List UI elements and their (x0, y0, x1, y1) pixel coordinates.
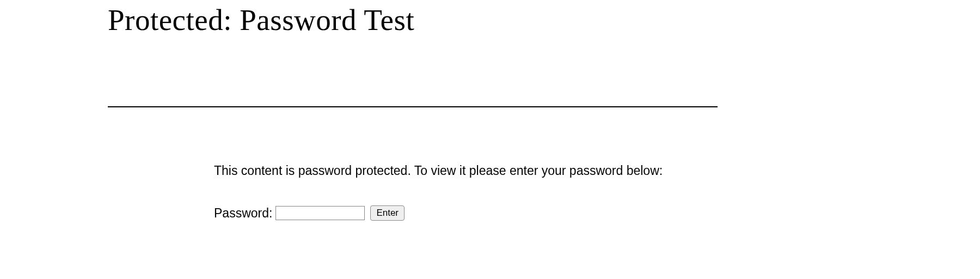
content-area: This content is password protected. To v… (214, 162, 723, 221)
password-label: Password: (214, 206, 272, 221)
page-title: Protected: Password Test (108, 2, 723, 38)
password-input[interactable] (275, 206, 365, 220)
divider (108, 106, 718, 107)
enter-button[interactable]: Enter (370, 205, 405, 221)
password-prompt-text: This content is password protected. To v… (214, 162, 723, 179)
password-form-row: Password: Enter (214, 205, 723, 221)
